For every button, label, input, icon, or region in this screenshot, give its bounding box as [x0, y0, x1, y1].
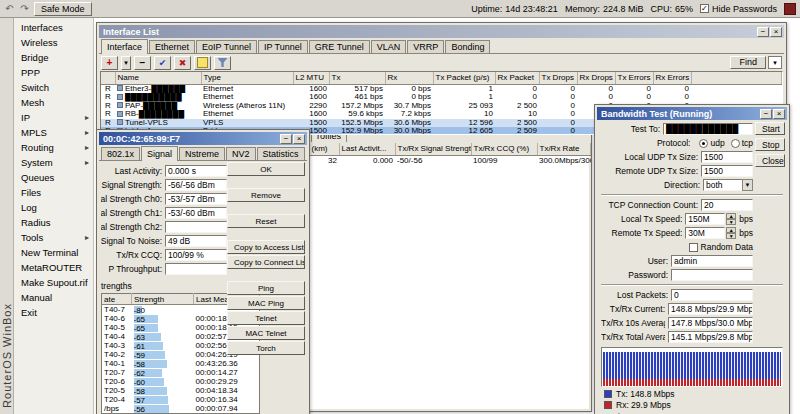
- minimize-button[interactable]: −: [280, 134, 292, 144]
- add-icon[interactable]: +: [101, 56, 118, 70]
- column-header[interactable]: Rx: [385, 72, 433, 84]
- menu-item-exit[interactable]: Exit: [14, 305, 93, 320]
- tcp-count-input[interactable]: 20: [701, 199, 753, 211]
- find-dropdown-icon[interactable]: ▾: [768, 56, 782, 69]
- ok-button[interactable]: OK: [227, 162, 305, 176]
- column-header[interactable]: L2 MTU: [293, 72, 329, 84]
- torch-button[interactable]: Torch: [227, 341, 305, 355]
- remote-tx-speed-spinner[interactable]: ▲▼: [726, 227, 736, 239]
- column-header[interactable]: [691, 72, 782, 84]
- tab-8021x[interactable]: 802.1x: [101, 147, 140, 160]
- remote-udp-size-input[interactable]: 1500: [701, 165, 753, 177]
- disable-icon[interactable]: ✖: [174, 56, 191, 70]
- close-button[interactable]: ×: [773, 109, 785, 119]
- strength-row[interactable]: T40-1 -58 00:43:26.36: [102, 359, 260, 368]
- minimize-button[interactable]: −: [757, 27, 769, 37]
- local-tx-speed-spinner[interactable]: ▲▼: [726, 213, 736, 225]
- col-last-activity[interactable]: Last Activit...: [339, 143, 395, 155]
- column-header[interactable]: Rx Errors: [653, 72, 691, 84]
- copy-connect-list-button[interactable]: Copy to Connect List: [227, 255, 305, 269]
- tab-gre-tunnel[interactable]: GRE Tunnel: [309, 40, 370, 53]
- enable-icon[interactable]: ✔: [154, 56, 171, 70]
- random-data-checkbox[interactable]: [689, 243, 698, 252]
- remove-button[interactable]: Remove: [227, 188, 305, 202]
- direction-select[interactable]: both: [703, 179, 743, 191]
- column-header[interactable]: Tx Errors: [615, 72, 653, 84]
- menu-item-ip[interactable]: IP ▸: [14, 110, 93, 125]
- menu-item-manual[interactable]: Manual: [14, 290, 93, 305]
- tab-interface[interactable]: Interface: [101, 39, 148, 54]
- interface-row[interactable]: R ██████████ Ethernet 1600 461 bps 0 bps…: [101, 93, 782, 102]
- column-header[interactable]: Tx Drops: [539, 72, 577, 84]
- tab-eoip-tunnel[interactable]: EoIP Tunnel: [196, 40, 257, 53]
- menu-item-mpls[interactable]: MPLS ▸: [14, 125, 93, 140]
- col-ccq[interactable]: Tx/Rx CCQ (%): [471, 143, 537, 155]
- reset-button[interactable]: Reset: [227, 214, 305, 228]
- user-input[interactable]: admin: [671, 255, 753, 267]
- undo-icon[interactable]: ↶: [4, 3, 15, 14]
- hide-passwords-checkbox[interactable]: ✓: [700, 4, 709, 13]
- bandwidth-titlebar[interactable]: Bandwidth Test (Running) − ×: [597, 107, 787, 120]
- column-header[interactable]: Type: [201, 72, 293, 84]
- remove-icon[interactable]: −: [134, 56, 151, 70]
- col-rate[interactable]: Tx/Rx Rate: [537, 143, 591, 155]
- column-header[interactable]: Name: [115, 72, 201, 84]
- menu-item-interfaces[interactable]: Interfaces: [14, 20, 93, 35]
- tab-nstreme[interactable]: Nstreme: [179, 147, 225, 160]
- menu-item-ppp[interactable]: PPP: [14, 65, 93, 80]
- dialog-titlebar[interactable]: 00:0C:42:65:99:F7 − ×: [99, 132, 307, 145]
- close-button[interactable]: ×: [770, 27, 782, 37]
- udp-radio[interactable]: [699, 139, 708, 148]
- menu-item-new-terminal[interactable]: New Terminal: [14, 245, 93, 260]
- interface-row[interactable]: R Ether3-██████ Ethernet 1600 517 bps 0 …: [101, 84, 782, 93]
- column-header[interactable]: Rx Drops: [577, 72, 615, 84]
- menu-item-log[interactable]: Log: [14, 200, 93, 215]
- tab-bonding[interactable]: Bonding: [445, 40, 490, 53]
- interface-list-titlebar[interactable]: Interface List − ×: [99, 25, 784, 38]
- col-rate[interactable]: ate: [102, 294, 132, 305]
- tab-vrrp[interactable]: VRRP: [407, 40, 444, 53]
- strength-row[interactable]: T20-4 -57 00:00:16.34: [102, 395, 260, 404]
- col-strength[interactable]: Strength: [132, 294, 194, 305]
- col-signal-strength[interactable]: Tx/Rx Signal Strength...: [395, 143, 471, 155]
- menu-item-tools[interactable]: Tools ▸: [14, 230, 93, 245]
- menu-item-routing[interactable]: Routing ▸: [14, 140, 93, 155]
- strength-row[interactable]: /bps -56 00:00:07.94: [102, 404, 260, 414]
- column-header[interactable]: Tx: [329, 72, 385, 84]
- menu-item-wireless[interactable]: Wireless: [14, 35, 93, 50]
- menu-item-make-supout[interactable]: Make Supout.rif: [14, 275, 93, 290]
- minimize-button[interactable]: −: [760, 109, 772, 119]
- column-header[interactable]: Rx Packet: [495, 72, 539, 84]
- password-input[interactable]: [671, 269, 753, 281]
- mac-ping-button[interactable]: MAC Ping: [227, 296, 305, 310]
- tab-statistics[interactable]: Statistics: [257, 147, 305, 160]
- menu-item-metarouter[interactable]: MetaROUTER: [14, 260, 93, 275]
- stop-button[interactable]: Stop: [755, 138, 785, 151]
- col-km[interactable]: (km): [309, 143, 339, 155]
- menu-item-bridge[interactable]: Bridge: [14, 50, 93, 65]
- start-button[interactable]: Start: [755, 122, 785, 135]
- close-button[interactable]: ×: [293, 134, 305, 144]
- menu-item-mesh[interactable]: Mesh: [14, 95, 93, 110]
- tab-signal[interactable]: Signal: [141, 146, 178, 161]
- menu-item-files[interactable]: Files: [14, 185, 93, 200]
- tab-vlan[interactable]: VLAN: [371, 40, 407, 53]
- strength-row[interactable]: T20-6 -60 00:00:29.29: [102, 377, 260, 386]
- local-tx-speed-input[interactable]: 150M: [685, 213, 725, 225]
- tab-ip-tunnel[interactable]: IP Tunnel: [258, 40, 308, 53]
- close-button[interactable]: Close: [755, 154, 785, 167]
- strength-row[interactable]: T20-7 -62 00:00:14.27: [102, 368, 260, 377]
- copy-access-list-button[interactable]: Copy to Access List: [227, 240, 305, 254]
- remote-tx-speed-input[interactable]: 30M: [685, 227, 725, 239]
- safe-mode-button[interactable]: Safe Mode: [34, 2, 92, 16]
- direction-dropdown-icon[interactable]: ▼: [742, 179, 753, 191]
- local-udp-size-input[interactable]: 1500: [701, 151, 753, 163]
- menu-item-switch[interactable]: Switch: [14, 80, 93, 95]
- filter-icon[interactable]: [214, 56, 231, 70]
- column-header[interactable]: Tx Packet (p/s): [433, 72, 495, 84]
- comment-icon[interactable]: [194, 56, 211, 70]
- add-dropdown-icon[interactable]: ▾: [121, 56, 131, 70]
- column-header[interactable]: [101, 72, 115, 84]
- menu-item-system[interactable]: System ▸: [14, 155, 93, 170]
- strength-row[interactable]: T20-5 -58 00:04:18.34: [102, 386, 260, 395]
